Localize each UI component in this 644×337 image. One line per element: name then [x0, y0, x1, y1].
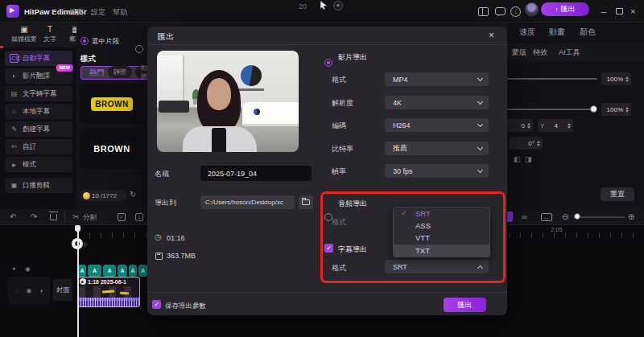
header-export-button[interactable]: ↑ 匯出 — [541, 2, 589, 16]
scale-value-box[interactable]: 100% — [601, 72, 631, 85]
sidebar-item-video-translate[interactable]: ◐ 影片翻譯 NEW — [5, 68, 72, 84]
chevron-down-icon — [477, 121, 483, 127]
stepper-icon[interactable] — [527, 123, 530, 129]
video-export-radio[interactable] — [324, 59, 332, 67]
bitrate-select[interactable]: 推薦 — [385, 142, 489, 155]
create-pencil-icon: ✎ — [10, 125, 19, 133]
badge-tool-icon[interactable]: ✓ — [118, 213, 126, 221]
tab-static[interactable]: 靜態 — [108, 66, 132, 78]
close-window-button[interactable]: × — [630, 6, 635, 16]
dialog-export-button[interactable]: 匯出 — [444, 298, 486, 312]
video-export-label: 影片導出 — [338, 52, 367, 63]
subtab-mask[interactable]: 蒙版 — [512, 47, 526, 58]
reset-button[interactable]: 重置 — [601, 187, 634, 201]
mute-icon[interactable]: ◌ — [15, 287, 19, 294]
split-label[interactable]: 分割 — [83, 213, 97, 223]
numbered-tool-icon[interactable]: 1 — [135, 213, 143, 221]
save-params-checkbox[interactable]: ✓ — [152, 300, 161, 309]
layout-panel-icon[interactable] — [478, 7, 489, 16]
subtab-ai-tools[interactable]: AI工具 — [559, 47, 580, 58]
pos-y-field[interactable]: Y 4 — [538, 119, 573, 132]
subtab-row: 蒙版 特效 AI工具 — [507, 43, 644, 61]
stepper-icon[interactable] — [568, 123, 571, 129]
opacity-value-box[interactable]: 100% — [601, 103, 631, 116]
redo-icon[interactable]: ↷ — [31, 212, 37, 223]
scissors-icon[interactable]: ✂ — [72, 212, 79, 223]
menu-file[interactable]: 檔案 — [69, 7, 84, 18]
trash-icon[interactable] — [50, 214, 57, 220]
style-card-brown-yellow[interactable]: BROWN — [80, 84, 144, 124]
tab-dynamic[interactable]: 動態 — [135, 66, 147, 78]
sidebar-item-create-subtitle[interactable]: ✎ 創建字幕 — [5, 121, 72, 137]
playhead-handle[interactable] — [75, 225, 80, 232]
avatar[interactable] — [525, 2, 539, 16]
dialog-close-icon[interactable]: × — [489, 30, 494, 41]
lock-icon[interactable]: ◑ — [39, 287, 43, 294]
stepper-icon[interactable] — [537, 141, 540, 146]
toolbar-item-text[interactable]: T 文字 — [37, 24, 63, 43]
stepper-icon[interactable] — [625, 107, 629, 113]
playhead[interactable] — [77, 225, 79, 337]
sidebar-item-custom[interactable]: ✄ 自訂 — [5, 139, 72, 154]
eye-icon[interactable]: ◉ — [25, 265, 31, 273]
timeline-ruler[interactable] — [78, 232, 147, 238]
opacity-slider[interactable] — [507, 109, 596, 110]
subtitle-clip[interactable]: A — [78, 265, 86, 277]
subtitle-clip[interactable]: A — [138, 265, 147, 277]
name-input[interactable]: 2025-07-19_04 — [200, 166, 312, 181]
subtab-effects[interactable]: 特效 — [533, 47, 547, 58]
download-icon[interactable]: ↓ — [510, 6, 521, 17]
eye-icon[interactable]: ◉ — [26, 287, 31, 294]
format-select[interactable]: MP4 — [385, 72, 489, 86]
overlay-close-icon[interactable]: × — [333, 1, 343, 10]
sidebar-item-narration-edit[interactable]: ▣ 口播剪輯 — [5, 178, 72, 193]
sidebar-item-local-subtitle[interactable]: ⌂ 本地字幕 — [5, 104, 72, 119]
subtitle-clip[interactable]: A — [103, 265, 116, 277]
zoom-out-icon[interactable]: ⊖ — [562, 212, 568, 223]
timeline-ruler[interactable] — [509, 232, 644, 238]
flip-horizontal-icon[interactable]: ◧ — [514, 155, 521, 163]
style-card-brown-white[interactable]: BROWN — [80, 129, 144, 169]
sidebar-item-text-to-subtitle[interactable]: ▤ 文字轉字幕 — [5, 86, 72, 101]
link-icon[interactable]: ∞ — [522, 212, 527, 223]
subtitle-clip[interactable]: A — [129, 265, 137, 277]
sidebar-item-style[interactable]: ▶ 樣式 — [5, 157, 72, 172]
menu-help[interactable]: 幫助 — [113, 7, 127, 18]
stepper-icon[interactable] — [625, 76, 629, 82]
minimize-button[interactable]: – — [601, 6, 606, 16]
selected-clip-radio[interactable] — [80, 37, 89, 45]
subtitle-clip[interactable]: A — [88, 265, 101, 277]
feedback-chat-icon[interactable] — [495, 7, 506, 15]
pos-x-field[interactable]: 0 — [504, 119, 533, 132]
resolution-select[interactable]: 4K — [385, 96, 489, 109]
toolbar-item-media[interactable]: ▣ 媒體檔案 — [8, 24, 40, 43]
zoom-in-icon[interactable]: ⊕ — [628, 212, 634, 223]
codec-select[interactable]: H264 — [385, 118, 489, 132]
video-clip[interactable]: ▶ 1:16 2025-06-1 — [77, 277, 140, 307]
maximize-button[interactable] — [616, 8, 623, 14]
tab-animation[interactable]: 動畫 — [549, 27, 565, 38]
tab-color[interactable]: 顏色 — [580, 27, 596, 38]
menu-settings[interactable]: 設定 — [91, 7, 105, 18]
fit-timeline-icon[interactable]: ↔ — [541, 213, 552, 221]
audio-waveform — [78, 298, 139, 306]
browse-folder-button[interactable] — [299, 195, 313, 209]
dialog-header: 匯出 × — [147, 27, 507, 45]
credits-total: /1772 — [101, 192, 117, 199]
all-clips-radio[interactable] — [135, 45, 143, 53]
subtitle-clip[interactable]: A — [118, 265, 127, 277]
export-path-input[interactable]: C:/Users/hoson/Desktop/xc — [200, 195, 295, 209]
framerate-select[interactable]: 30 fps — [385, 164, 489, 178]
timeline-zoom-slider[interactable] — [575, 216, 625, 218]
tab-speed[interactable]: 速度 — [519, 27, 535, 38]
slider-knob[interactable] — [590, 105, 597, 113]
rotation-field[interactable]: 0° — [509, 137, 543, 150]
chevron-down-icon — [477, 167, 483, 173]
wand-icon[interactable]: ✦ — [11, 265, 17, 273]
refresh-icon[interactable]: ↻ — [130, 190, 136, 199]
undo-icon[interactable]: ↶ — [10, 212, 16, 223]
cover-button[interactable]: 封面 — [53, 279, 72, 301]
flip-vertical-icon[interactable]: ◨ — [525, 155, 532, 163]
timeline-zoom-knob[interactable] — [574, 213, 580, 220]
scale-slider[interactable] — [507, 78, 597, 80]
